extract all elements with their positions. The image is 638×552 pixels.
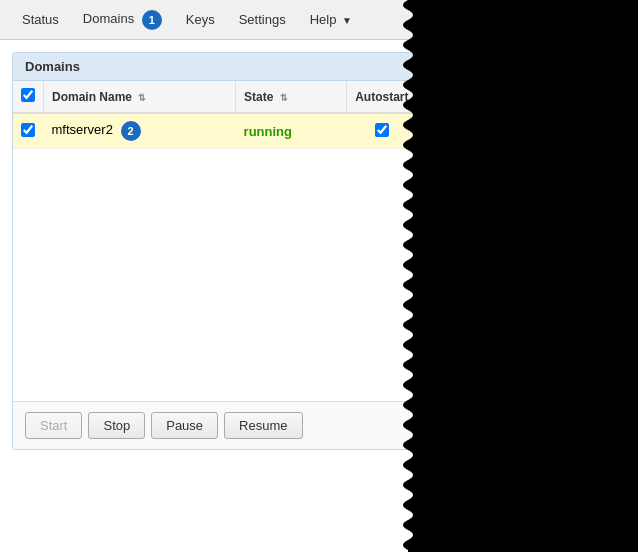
select-all-header — [13, 81, 44, 113]
nav-keys-label: Keys — [186, 12, 215, 27]
add-button[interactable]: Add — [439, 412, 492, 439]
table-row[interactable]: mftserver2 2 running 11/18/2019, — [13, 113, 625, 149]
row-checkbox[interactable] — [21, 123, 35, 137]
col-autostart[interactable]: Autostart — [347, 81, 417, 113]
autostart-checkbox[interactable] — [375, 123, 389, 137]
domain-sort-arrow: ⇅ — [138, 93, 146, 103]
nav-domains[interactable]: Domains 1 — [71, 2, 174, 38]
delete-button[interactable]: Dele — [556, 412, 613, 439]
stop-button[interactable]: Stop — [88, 412, 145, 439]
top-nav: Status Domains 1 Keys Settings Help ▼ Lo… — [0, 0, 638, 40]
nav-domains-label: Domains — [83, 11, 134, 26]
domains-panel: Domains Domain Name ⇅ State — [12, 52, 626, 450]
panel-header: Domains — [13, 53, 625, 81]
nav-status-label: Status — [22, 12, 59, 27]
logged-in-area: Logged Last lo — [553, 0, 628, 40]
nav-help[interactable]: Help ▼ — [298, 4, 364, 35]
logged-in-text: Logged — [553, 13, 593, 27]
nav-settings-label: Settings — [239, 12, 286, 27]
help-dropdown-arrow: ▼ — [342, 15, 352, 26]
col-domain-name[interactable]: Domain Name ⇅ — [44, 81, 236, 113]
button-group-left: Start Stop Pause Resume — [25, 412, 303, 439]
resume-button[interactable]: Resume — [224, 412, 302, 439]
edit-badge: 3 — [537, 405, 557, 425]
row-sta — [564, 113, 625, 149]
table-header-row: Domain Name ⇅ State ⇅ Autostart Transfer… — [13, 81, 625, 113]
edit-button[interactable]: Edit 3 — [498, 412, 550, 439]
col-state[interactable]: State ⇅ — [236, 81, 347, 113]
edit-button-label: Edit — [513, 418, 535, 433]
table-container: Domain Name ⇅ State ⇅ Autostart Transfer… — [13, 81, 625, 401]
button-bar: Start Stop Pause Resume Add Edit 3 Dele — [13, 401, 625, 449]
row-state: running — [236, 113, 347, 149]
transfers-sort-arrow: ⇅ — [486, 93, 494, 103]
state-sort-arrow: ⇅ — [280, 93, 288, 103]
main-content: Domains Domain Name ⇅ State — [0, 40, 638, 462]
row-checkbox-cell — [13, 113, 44, 149]
domains-table: Domain Name ⇅ State ⇅ Autostart Transfer… — [13, 81, 625, 149]
last-login-text: Last lo — [593, 13, 628, 27]
row-transfers: 11/18/2019, — [417, 113, 564, 149]
start-button[interactable]: Start — [25, 412, 82, 439]
pause-button[interactable]: Pause — [151, 412, 218, 439]
nav-status[interactable]: Status — [10, 4, 71, 35]
row-badge: 2 — [121, 121, 141, 141]
button-group-right: Add Edit 3 Dele — [439, 412, 613, 439]
nav-settings[interactable]: Settings — [227, 4, 298, 35]
row-domain-name: mftserver2 2 — [44, 113, 236, 149]
nav-help-label: Help — [310, 12, 337, 27]
row-autostart — [347, 113, 417, 149]
col-sta: Sta — [564, 81, 625, 113]
domains-badge: 1 — [142, 10, 162, 30]
domain-name-value: mftserver2 — [52, 122, 113, 137]
col-transfers[interactable]: Transfers ⇅ — [417, 81, 564, 113]
transfers-date-value: 11/18/2019, — [425, 124, 494, 139]
panel-title: Domains — [25, 59, 80, 74]
nav-keys[interactable]: Keys — [174, 4, 227, 35]
select-all-checkbox[interactable] — [21, 88, 35, 102]
state-value: running — [244, 124, 292, 139]
